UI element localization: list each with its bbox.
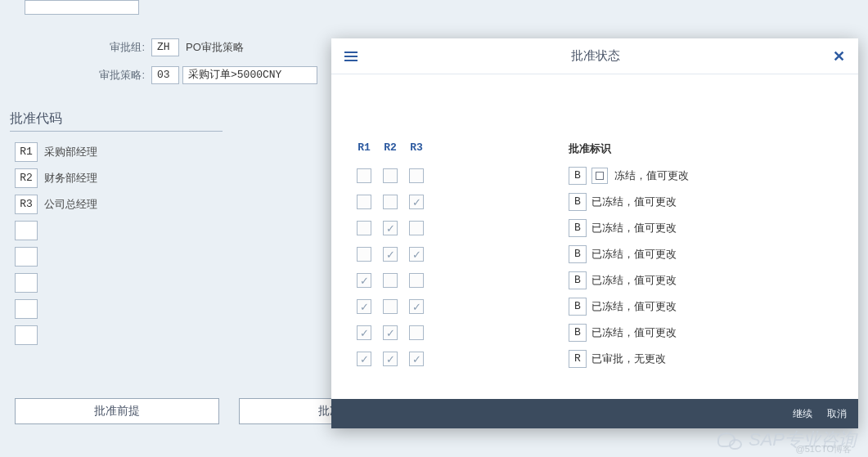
checkbox[interactable] <box>409 325 424 340</box>
flag-description: 已冻结，值可更改 <box>591 221 677 235</box>
code-row: R3公司总经理 <box>15 191 97 217</box>
watermark: SAP专业咨询 <box>717 428 857 452</box>
label-approval-strategy: 审批策略: <box>0 68 151 83</box>
checkbox[interactable] <box>383 325 398 340</box>
watermark-sub: @51CTO博客 <box>796 443 852 455</box>
flag-row: B冻结，值可更改 <box>569 163 689 189</box>
checkbox[interactable] <box>383 168 398 183</box>
checkbox[interactable] <box>383 299 398 314</box>
label-approval-group: 审批组: <box>0 40 151 55</box>
flag-row: B已冻结，值可更改 <box>569 241 689 267</box>
approval-status-dialog: 批准状态 ✕ R1R2R3 批准标识 B冻结，值可更改B已冻结，值可更改B已冻结… <box>331 38 858 428</box>
code-label: 公司总经理 <box>44 197 97 212</box>
checkbox[interactable] <box>383 273 398 288</box>
flag-code[interactable]: B <box>569 271 587 289</box>
checkbox[interactable] <box>409 168 424 183</box>
code-input[interactable]: R2 <box>15 168 38 188</box>
continue-button[interactable]: 继续 <box>793 407 812 421</box>
check-row <box>351 189 430 215</box>
field-group-code[interactable]: ZH <box>151 38 179 56</box>
flag-code[interactable]: B <box>569 219 587 237</box>
flag-code[interactable]: B <box>569 193 587 211</box>
menu-icon[interactable] <box>344 52 358 61</box>
column-header: R1 <box>351 141 377 154</box>
checkbox[interactable] <box>409 221 424 235</box>
flag-code[interactable]: B <box>569 324 587 342</box>
checkbox[interactable] <box>409 352 424 366</box>
checkbox[interactable] <box>357 247 371 262</box>
code-row <box>15 217 97 244</box>
checkbox[interactable] <box>383 247 398 262</box>
checkbox[interactable] <box>409 273 424 288</box>
check-row <box>351 163 430 189</box>
code-label: 财务部经理 <box>44 171 97 186</box>
column-header: R3 <box>403 141 430 154</box>
flag-code[interactable]: R <box>569 350 587 368</box>
checkbox[interactable] <box>383 221 398 235</box>
code-row <box>15 270 97 296</box>
flag-code[interactable]: B <box>569 298 587 316</box>
flag-row: R已审批，无更改 <box>569 346 689 372</box>
flag-description: 已审批，无更改 <box>591 352 666 366</box>
checkbox[interactable] <box>409 195 424 209</box>
cancel-button[interactable]: 取消 <box>827 407 847 421</box>
code-input[interactable] <box>15 273 38 293</box>
checkbox[interactable] <box>357 325 371 340</box>
checkbox[interactable] <box>357 299 371 314</box>
code-row: R1采购部经理 <box>15 139 97 165</box>
flag-description: 已冻结，值可更改 <box>591 299 677 314</box>
code-row <box>15 322 97 348</box>
dialog-footer: 继续 取消 <box>331 399 858 428</box>
flag-description: 已冻结，值可更改 <box>591 325 677 340</box>
code-label: 采购部经理 <box>44 145 97 159</box>
code-row <box>15 244 97 270</box>
flag-row: B已冻结，值可更改 <box>569 215 689 241</box>
lookup-icon[interactable] <box>591 168 608 184</box>
check-row <box>351 241 430 267</box>
code-row <box>15 296 97 322</box>
dialog-title: 批准状态 <box>571 48 620 64</box>
dialog-body: R1R2R3 批准标识 B冻结，值可更改B已冻结，值可更改B已冻结，值可更改B已… <box>331 74 858 399</box>
top-empty-input[interactable] <box>25 0 139 15</box>
checkbox[interactable] <box>357 195 371 209</box>
flag-description: 已冻结，值可更改 <box>591 195 677 209</box>
code-input[interactable]: R1 <box>15 142 38 162</box>
flag-code[interactable]: B <box>569 245 587 263</box>
checkbox[interactable] <box>357 168 371 183</box>
wechat-icon-small <box>729 439 742 450</box>
prerequisites-button[interactable]: 批准前提 <box>15 398 219 424</box>
column-header: R2 <box>377 141 403 154</box>
flag-description: 已冻结，值可更改 <box>591 247 677 262</box>
field-strategy-desc[interactable]: 采购订单>5000CNY <box>182 66 317 84</box>
flag-description: 冻结，值可更改 <box>614 168 689 183</box>
flag-row: B已冻结，值可更改 <box>569 267 689 293</box>
dialog-header: 批准状态 ✕ <box>331 38 858 74</box>
check-row <box>351 267 430 293</box>
close-icon[interactable]: ✕ <box>833 47 845 65</box>
checkbox[interactable] <box>357 221 371 235</box>
flag-row: B已冻结，值可更改 <box>569 293 689 320</box>
check-row <box>351 293 430 320</box>
text-group-desc: PO审批策略 <box>186 40 244 55</box>
checkbox[interactable] <box>409 247 424 262</box>
code-row: R2财务部经理 <box>15 165 97 191</box>
code-input[interactable]: R3 <box>15 195 38 214</box>
wechat-icon <box>717 432 735 447</box>
flag-code[interactable]: B <box>569 167 587 185</box>
check-matrix <box>351 163 430 372</box>
checkbox[interactable] <box>383 352 398 366</box>
checkbox[interactable] <box>409 299 424 314</box>
field-strategy-code[interactable]: 03 <box>151 66 179 84</box>
check-row <box>351 320 430 346</box>
code-input[interactable] <box>15 221 38 240</box>
code-input[interactable] <box>15 247 38 267</box>
checkbox[interactable] <box>357 352 371 366</box>
check-row <box>351 215 430 241</box>
code-input[interactable] <box>15 299 38 319</box>
checkbox[interactable] <box>383 195 398 209</box>
flag-list: B冻结，值可更改B已冻结，值可更改B已冻结，值可更改B已冻结，值可更改B已冻结，… <box>569 163 689 372</box>
checkbox[interactable] <box>357 273 371 288</box>
code-input[interactable] <box>15 325 38 345</box>
flag-description: 已冻结，值可更改 <box>591 273 677 288</box>
watermark-text: SAP专业咨询 <box>749 428 857 452</box>
